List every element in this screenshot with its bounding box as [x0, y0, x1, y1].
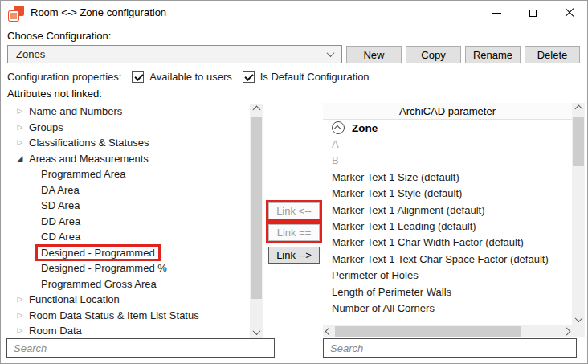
expander-collapsed-icon[interactable]: ▷ [15, 327, 25, 334]
tree-item-programmed-area[interactable]: Programmed Area [7, 166, 263, 182]
tree-item-label: Groups [29, 121, 63, 133]
scroll-down-button[interactable] [250, 326, 263, 338]
parameter-item-label: Marker Text 1 Char Width Factor (default… [332, 236, 524, 248]
parameter-item-marker-text-1-size-default[interactable]: Marker Text 1 Size (default) [323, 169, 572, 185]
parameter-item-marker-text-1-alignment-default[interactable]: Marker Text 1 Alignment (default) [323, 202, 572, 218]
link-button[interactable]: Link <-- [268, 202, 320, 219]
scrollbar-thumb[interactable] [335, 326, 521, 337]
dialog-window: Room <-> Zone configuration Choose Confi… [0, 0, 588, 364]
tree-vertical-scrollbar[interactable] [250, 104, 263, 338]
tree-item-label: Programmed Area [41, 168, 126, 180]
parameter-item-b[interactable]: B [323, 153, 572, 169]
tree-item-label: SD Area [41, 199, 80, 211]
scroll-up-button[interactable] [572, 103, 585, 115]
maximize-button[interactable] [515, 1, 551, 25]
chevron-up-icon [334, 125, 341, 132]
parameter-item-length-of-perimeter-walls[interactable]: Length of Perimeter Walls [323, 284, 572, 300]
scroll-right-button[interactable] [561, 325, 572, 337]
tree-item-groups[interactable]: ▷Groups [7, 120, 263, 136]
available-to-users-checkbox[interactable] [132, 71, 144, 83]
parameter-item-marker-text-1-leading-default[interactable]: Marker Text 1 Leading (default) [323, 218, 572, 234]
tree-item-label: Designed - Programmed % [41, 262, 167, 274]
expander-collapsed-icon[interactable]: ▷ [15, 139, 25, 146]
attributes-not-linked-label: Attributes not linked: [7, 88, 102, 100]
new-button[interactable]: New [346, 46, 402, 63]
scroll-up-button[interactable] [250, 104, 263, 116]
close-button[interactable] [551, 1, 587, 25]
tree-item-name-and-numbers[interactable]: ▷Name and Numbers [7, 104, 263, 120]
tree-item-label: Room Data Status & Item List Status [29, 309, 199, 321]
parameter-item-label: Perimeter of Holes [332, 269, 419, 281]
tree-item-room-data[interactable]: ▷Room Data [7, 323, 263, 338]
parameters-header: ArchiCAD parameter [323, 103, 572, 120]
is-default-configuration-checkbox[interactable] [243, 71, 255, 83]
tree-item-classifications-statuses[interactable]: ▷Classifications & Statuses [7, 135, 263, 151]
tree-item-label: DD Area [41, 215, 80, 227]
chevron-down-icon [252, 327, 260, 335]
checkbox-group-is-default-configuration: Is Default Configuration [243, 71, 370, 83]
configuration-dropdown-value: Zones [16, 48, 328, 60]
parameter-item-perimeter-of-holes[interactable]: Perimeter of Holes [323, 268, 572, 284]
tree-item-areas-and-measurements[interactable]: ◢Areas and Measurements [7, 151, 263, 167]
parameter-item-number-of-all-corners[interactable]: Number of All Corners [323, 300, 572, 316]
parameter-item-marker-text-1-char-width-factor-default[interactable]: Marker Text 1 Char Width Factor (default… [323, 235, 572, 251]
tree-item-designed-programmed[interactable]: Designed - Programmed [7, 245, 263, 261]
expander-collapsed-icon[interactable]: ▷ [15, 108, 25, 115]
configuration-dropdown[interactable]: Zones [7, 45, 342, 63]
chevron-right-icon [562, 328, 570, 336]
tree-item-label: Programmed Gross Area [41, 278, 157, 290]
attributes-search-input[interactable] [6, 338, 275, 358]
parameter-item-marker-text-1-text-char-space-factor-default[interactable]: Marker Text 1 Text Char Space Factor (de… [323, 251, 572, 267]
rename-button[interactable]: Rename [465, 46, 521, 63]
parameter-item-label: Number of All Corners [332, 302, 435, 314]
tree-item-programmed-gross-area[interactable]: Programmed Gross Area [7, 276, 263, 292]
tree-item-designed-programmed[interactable]: Designed - Programmed % [7, 260, 263, 276]
choose-configuration-label: Choose Configuration: [7, 30, 111, 42]
tree-item-da-area[interactable]: DA Area [7, 182, 263, 198]
is-default-configuration-label: Is Default Configuration [260, 71, 370, 83]
parameters-list: ZoneABMarker Text 1 Size (default)Marker… [323, 120, 572, 317]
parameters-panel: ArchiCAD parameter ZoneABMarker Text 1 S… [323, 103, 572, 325]
tree-item-functional-location[interactable]: ▷Functional Location [7, 292, 263, 308]
tree-item-sd-area[interactable]: SD Area [7, 198, 263, 214]
tree-item-room-data-status-item-list-status[interactable]: ▷Room Data Status & Item List Status [7, 308, 263, 324]
parameters-horizontal-scrollbar[interactable] [323, 325, 572, 337]
scroll-down-button[interactable] [572, 313, 585, 325]
chevron-up-icon [574, 105, 582, 113]
link-buttons-column: Link <--Link ==Link --> [264, 200, 324, 264]
configuration-actions: NewCopyRenameDelete [346, 46, 580, 63]
tree-item-dd-area[interactable]: DD Area [7, 214, 263, 230]
available-to-users-label: Available to users [149, 71, 231, 83]
link-button[interactable]: Link == [268, 224, 320, 241]
parameters-search-input[interactable] [323, 338, 577, 358]
close-icon [565, 8, 574, 18]
tree-item-cd-area[interactable]: CD Area [7, 229, 263, 245]
scroll-left-button[interactable] [323, 325, 334, 337]
parameter-item-label: Marker Text 1 Style (default) [332, 187, 462, 199]
delete-button[interactable]: Delete [525, 46, 580, 63]
copy-button[interactable]: Copy [406, 46, 461, 63]
checkbox-group-available-to-users: Available to users [132, 71, 231, 83]
parameter-item-zone[interactable]: Zone [323, 120, 572, 136]
expander-expanded-icon[interactable]: ◢ [15, 155, 25, 162]
scrollbar-thumb[interactable] [573, 117, 584, 166]
annotation-box: Link == [266, 222, 322, 243]
expander-collapsed-icon[interactable]: ▷ [15, 296, 25, 303]
minimize-button[interactable] [479, 1, 515, 25]
parameters-vertical-scrollbar[interactable] [572, 103, 585, 337]
maximize-icon [529, 10, 537, 17]
tree-item-label-annotated: Designed - Programmed [35, 244, 161, 261]
parameter-item-marker-text-1-style-default[interactable]: Marker Text 1 Style (default) [323, 186, 572, 202]
scrollbar-thumb[interactable] [251, 117, 262, 299]
parameter-item-label: Marker Text 1 Leading (default) [332, 220, 476, 232]
chevron-down-icon [327, 49, 335, 57]
attributes-tree: ▷Name and Numbers▷Groups▷Classifications… [7, 104, 263, 338]
link-button[interactable]: Link --> [268, 247, 320, 264]
annotation-box: Link <-- [266, 200, 322, 222]
parameter-item-a[interactable]: A [323, 136, 572, 152]
expander-collapsed-icon[interactable]: ▷ [15, 124, 25, 131]
chevron-down-icon [574, 314, 582, 322]
expander-collapsed-icon[interactable]: ▷ [15, 312, 25, 319]
configuration-properties-row: Configuration properties: Available to u… [7, 69, 370, 84]
collapse-circle-icon[interactable] [332, 121, 345, 134]
